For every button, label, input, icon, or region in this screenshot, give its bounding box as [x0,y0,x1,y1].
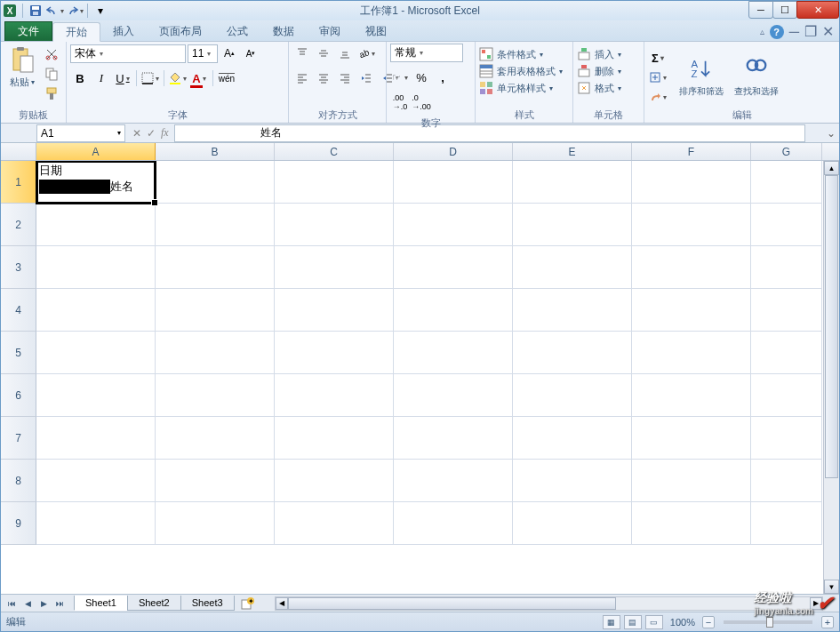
cell[interactable] [751,332,822,374]
fill-button[interactable] [648,68,668,86]
cell[interactable] [751,246,822,289]
align-top-button[interactable] [292,44,312,63]
cell[interactable] [156,502,275,545]
col-header-D[interactable]: D [394,143,513,160]
align-right-button[interactable] [335,68,355,88]
cell[interactable] [751,204,822,246]
increase-font-button[interactable]: A▴ [220,44,239,63]
cell[interactable] [275,417,394,460]
cell[interactable] [513,289,632,332]
cell[interactable] [156,332,275,374]
zoom-thumb[interactable] [766,617,773,628]
insert-cells-button[interactable]: 插入▾ [577,47,621,61]
cancel-formula-button[interactable]: ✕ [132,127,141,140]
delete-cells-button[interactable]: 删除▾ [577,64,621,78]
zoom-level[interactable]: 100% [670,617,695,628]
sheet-nav-last[interactable]: ⏭ [52,596,67,611]
cell[interactable] [751,502,822,545]
clear-button[interactable] [648,88,668,106]
sheet-tab-1[interactable]: Sheet1 [74,596,128,611]
row-header-1[interactable]: 1 [1,161,36,204]
zoom-in-button[interactable]: + [821,616,834,628]
cell[interactable] [632,502,751,545]
tab-home[interactable]: 开始 [52,22,100,42]
autosum-button[interactable]: Σ [648,49,668,67]
col-header-G[interactable]: G [751,143,822,160]
redo-button[interactable] [66,3,84,19]
decrease-font-button[interactable]: A▾ [241,44,260,63]
italic-button[interactable]: I [92,68,111,88]
cell[interactable] [513,417,632,460]
cell[interactable] [156,374,275,417]
cell[interactable] [275,332,394,374]
cell[interactable] [513,460,632,502]
col-header-B[interactable]: B [156,143,275,160]
cell[interactable] [275,246,394,289]
qat-customize[interactable]: ▾ [92,3,109,19]
cell[interactable] [394,289,513,332]
cell[interactable] [36,502,156,545]
format-cells-button[interactable]: 格式▾ [577,81,621,95]
align-center-button[interactable] [314,68,333,88]
scroll-up-button[interactable]: ▲ [824,161,839,175]
cell[interactable] [394,460,513,502]
row-header-3[interactable]: 3 [1,246,36,289]
row-header-4[interactable]: 4 [1,289,36,332]
font-name-combo[interactable]: 宋体▾ [70,44,186,63]
window-minimize-button[interactable]: ─ [748,1,773,19]
cell[interactable] [275,289,394,332]
cell[interactable] [394,204,513,246]
bold-button[interactable]: B [70,68,90,88]
cell[interactable] [36,204,156,246]
sort-filter-button[interactable]: AZ 排序和筛选 [675,53,728,98]
cell[interactable] [275,204,394,246]
cell[interactable] [632,374,751,417]
row-header-7[interactable]: 7 [1,417,36,460]
number-format-combo[interactable]: 常规▾ [390,44,463,62]
border-button[interactable] [140,68,160,88]
cell[interactable] [394,332,513,374]
cell[interactable] [513,204,632,246]
cell[interactable] [156,289,275,332]
cell[interactable] [275,502,394,545]
tab-page-layout[interactable]: 页面布局 [147,21,214,41]
cell[interactable] [156,204,275,246]
row-header-9[interactable]: 9 [1,502,36,545]
page-break-view-button[interactable]: ▭ [645,615,663,629]
row-header-5[interactable]: 5 [1,332,36,374]
cell[interactable] [394,502,513,545]
tab-view[interactable]: 视图 [353,21,399,41]
col-header-C[interactable]: C [275,143,394,160]
comma-button[interactable]: , [433,68,452,87]
page-layout-view-button[interactable]: ▤ [624,615,642,629]
cell-G1[interactable] [751,161,822,204]
find-select-button[interactable]: 查找和选择 [730,53,783,98]
cell[interactable] [275,460,394,502]
save-button[interactable] [27,3,44,19]
col-header-E[interactable]: E [513,143,632,160]
font-size-combo[interactable]: 11▾ [188,44,218,63]
cell[interactable] [513,246,632,289]
vertical-scrollbar[interactable]: ▲ ▼ [823,161,839,594]
decrease-decimal-button[interactable]: .0→.00 [412,92,431,112]
cell[interactable] [632,332,751,374]
cell[interactable] [394,374,513,417]
decrease-indent-button[interactable] [356,68,376,88]
align-left-button[interactable] [292,68,312,88]
window-maximize-button[interactable]: ☐ [772,1,797,19]
row-header-6[interactable]: 6 [1,374,36,417]
scroll-left-button[interactable]: ◀ [276,597,288,610]
doc-close-button[interactable]: ✕ [822,23,834,40]
align-bottom-button[interactable] [335,44,355,63]
formula-input[interactable]: 姓名 [174,124,805,142]
file-tab[interactable]: 文件 [4,21,52,41]
cell[interactable] [394,246,513,289]
cell[interactable] [36,332,156,374]
cell-E1[interactable] [513,161,632,204]
cell[interactable] [394,417,513,460]
ribbon-minimize-icon[interactable]: ▵ [760,27,764,36]
cell[interactable] [632,460,751,502]
row-header-2[interactable]: 2 [1,204,36,246]
align-middle-button[interactable] [314,44,333,63]
help-icon[interactable]: ? [770,25,784,39]
